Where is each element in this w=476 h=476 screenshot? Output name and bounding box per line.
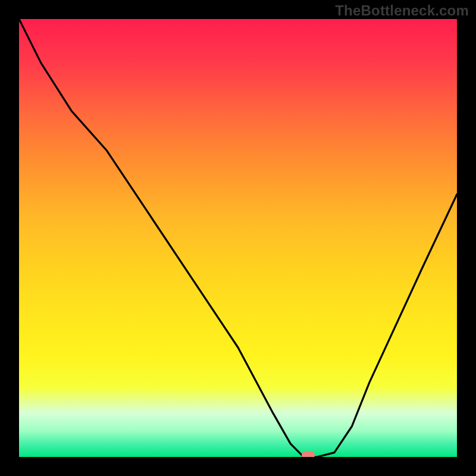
curve-path xyxy=(19,19,457,457)
chart-frame: TheBottleneck.com xyxy=(0,0,476,476)
optimal-point-marker xyxy=(302,451,315,457)
plot-area xyxy=(19,19,457,457)
bottleneck-curve xyxy=(19,19,457,457)
watermark-text: TheBottleneck.com xyxy=(335,2,469,19)
